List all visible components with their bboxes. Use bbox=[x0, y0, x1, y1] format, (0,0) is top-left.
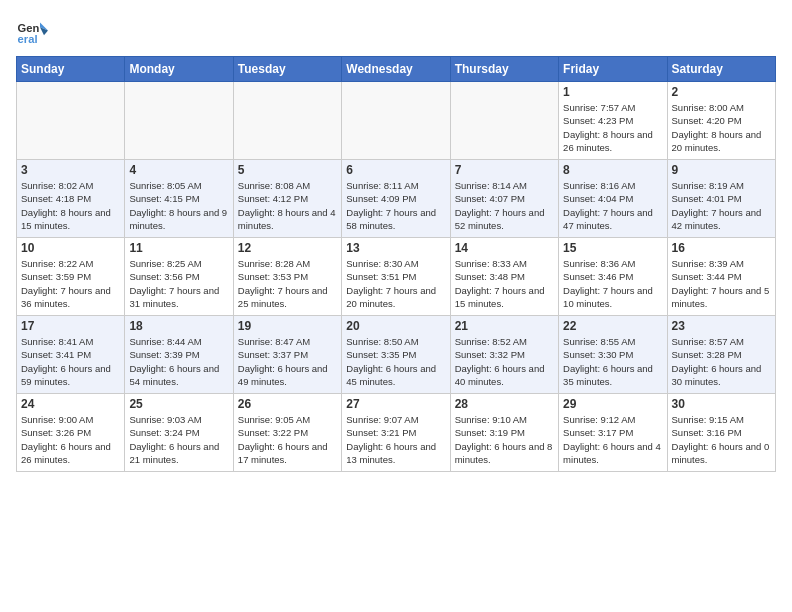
calendar-cell: 18Sunrise: 8:44 AM Sunset: 3:39 PM Dayli… bbox=[125, 316, 233, 394]
day-number: 20 bbox=[346, 319, 445, 333]
day-number: 25 bbox=[129, 397, 228, 411]
day-number: 2 bbox=[672, 85, 771, 99]
svg-text:Gen: Gen bbox=[18, 22, 40, 34]
calendar-cell bbox=[233, 82, 341, 160]
calendar-cell: 21Sunrise: 8:52 AM Sunset: 3:32 PM Dayli… bbox=[450, 316, 558, 394]
calendar-cell bbox=[125, 82, 233, 160]
day-number: 4 bbox=[129, 163, 228, 177]
calendar-cell: 10Sunrise: 8:22 AM Sunset: 3:59 PM Dayli… bbox=[17, 238, 125, 316]
day-detail: Sunrise: 8:41 AM Sunset: 3:41 PM Dayligh… bbox=[21, 335, 120, 388]
day-number: 30 bbox=[672, 397, 771, 411]
day-number: 10 bbox=[21, 241, 120, 255]
calendar-week-row: 1Sunrise: 7:57 AM Sunset: 4:23 PM Daylig… bbox=[17, 82, 776, 160]
day-detail: Sunrise: 9:03 AM Sunset: 3:24 PM Dayligh… bbox=[129, 413, 228, 466]
logo: Gen eral bbox=[16, 16, 52, 48]
calendar-week-row: 24Sunrise: 9:00 AM Sunset: 3:26 PM Dayli… bbox=[17, 394, 776, 472]
day-number: 18 bbox=[129, 319, 228, 333]
calendar-cell: 12Sunrise: 8:28 AM Sunset: 3:53 PM Dayli… bbox=[233, 238, 341, 316]
calendar-week-row: 17Sunrise: 8:41 AM Sunset: 3:41 PM Dayli… bbox=[17, 316, 776, 394]
calendar-cell: 27Sunrise: 9:07 AM Sunset: 3:21 PM Dayli… bbox=[342, 394, 450, 472]
day-number: 19 bbox=[238, 319, 337, 333]
day-number: 7 bbox=[455, 163, 554, 177]
day-number: 1 bbox=[563, 85, 662, 99]
calendar-cell: 13Sunrise: 8:30 AM Sunset: 3:51 PM Dayli… bbox=[342, 238, 450, 316]
day-detail: Sunrise: 8:52 AM Sunset: 3:32 PM Dayligh… bbox=[455, 335, 554, 388]
day-number: 16 bbox=[672, 241, 771, 255]
day-number: 6 bbox=[346, 163, 445, 177]
day-detail: Sunrise: 9:05 AM Sunset: 3:22 PM Dayligh… bbox=[238, 413, 337, 466]
weekday-header-saturday: Saturday bbox=[667, 57, 775, 82]
calendar-table: SundayMondayTuesdayWednesdayThursdayFrid… bbox=[16, 56, 776, 472]
calendar-cell: 9Sunrise: 8:19 AM Sunset: 4:01 PM Daylig… bbox=[667, 160, 775, 238]
day-detail: Sunrise: 8:57 AM Sunset: 3:28 PM Dayligh… bbox=[672, 335, 771, 388]
calendar-cell: 4Sunrise: 8:05 AM Sunset: 4:15 PM Daylig… bbox=[125, 160, 233, 238]
calendar-week-row: 3Sunrise: 8:02 AM Sunset: 4:18 PM Daylig… bbox=[17, 160, 776, 238]
day-detail: Sunrise: 8:47 AM Sunset: 3:37 PM Dayligh… bbox=[238, 335, 337, 388]
calendar-body: 1Sunrise: 7:57 AM Sunset: 4:23 PM Daylig… bbox=[17, 82, 776, 472]
day-detail: Sunrise: 8:30 AM Sunset: 3:51 PM Dayligh… bbox=[346, 257, 445, 310]
day-number: 12 bbox=[238, 241, 337, 255]
day-detail: Sunrise: 9:10 AM Sunset: 3:19 PM Dayligh… bbox=[455, 413, 554, 466]
calendar-cell: 29Sunrise: 9:12 AM Sunset: 3:17 PM Dayli… bbox=[559, 394, 667, 472]
calendar-cell: 30Sunrise: 9:15 AM Sunset: 3:16 PM Dayli… bbox=[667, 394, 775, 472]
day-number: 11 bbox=[129, 241, 228, 255]
calendar-cell: 2Sunrise: 8:00 AM Sunset: 4:20 PM Daylig… bbox=[667, 82, 775, 160]
weekday-header-friday: Friday bbox=[559, 57, 667, 82]
day-detail: Sunrise: 8:08 AM Sunset: 4:12 PM Dayligh… bbox=[238, 179, 337, 232]
svg-text:eral: eral bbox=[18, 33, 38, 45]
calendar-cell: 25Sunrise: 9:03 AM Sunset: 3:24 PM Dayli… bbox=[125, 394, 233, 472]
calendar-cell: 24Sunrise: 9:00 AM Sunset: 3:26 PM Dayli… bbox=[17, 394, 125, 472]
calendar-cell: 28Sunrise: 9:10 AM Sunset: 3:19 PM Dayli… bbox=[450, 394, 558, 472]
calendar-cell: 11Sunrise: 8:25 AM Sunset: 3:56 PM Dayli… bbox=[125, 238, 233, 316]
day-detail: Sunrise: 8:22 AM Sunset: 3:59 PM Dayligh… bbox=[21, 257, 120, 310]
calendar-cell bbox=[342, 82, 450, 160]
day-detail: Sunrise: 9:12 AM Sunset: 3:17 PM Dayligh… bbox=[563, 413, 662, 466]
calendar-cell: 16Sunrise: 8:39 AM Sunset: 3:44 PM Dayli… bbox=[667, 238, 775, 316]
calendar-cell: 6Sunrise: 8:11 AM Sunset: 4:09 PM Daylig… bbox=[342, 160, 450, 238]
day-detail: Sunrise: 8:05 AM Sunset: 4:15 PM Dayligh… bbox=[129, 179, 228, 232]
calendar-cell: 22Sunrise: 8:55 AM Sunset: 3:30 PM Dayli… bbox=[559, 316, 667, 394]
calendar-cell: 26Sunrise: 9:05 AM Sunset: 3:22 PM Dayli… bbox=[233, 394, 341, 472]
day-number: 13 bbox=[346, 241, 445, 255]
day-number: 17 bbox=[21, 319, 120, 333]
calendar-cell: 17Sunrise: 8:41 AM Sunset: 3:41 PM Dayli… bbox=[17, 316, 125, 394]
day-detail: Sunrise: 8:36 AM Sunset: 3:46 PM Dayligh… bbox=[563, 257, 662, 310]
page-header: Gen eral bbox=[16, 16, 776, 48]
day-number: 5 bbox=[238, 163, 337, 177]
calendar-header-row: SundayMondayTuesdayWednesdayThursdayFrid… bbox=[17, 57, 776, 82]
day-detail: Sunrise: 8:39 AM Sunset: 3:44 PM Dayligh… bbox=[672, 257, 771, 310]
calendar-cell: 7Sunrise: 8:14 AM Sunset: 4:07 PM Daylig… bbox=[450, 160, 558, 238]
weekday-header-tuesday: Tuesday bbox=[233, 57, 341, 82]
calendar-cell: 8Sunrise: 8:16 AM Sunset: 4:04 PM Daylig… bbox=[559, 160, 667, 238]
day-number: 27 bbox=[346, 397, 445, 411]
day-detail: Sunrise: 8:19 AM Sunset: 4:01 PM Dayligh… bbox=[672, 179, 771, 232]
day-detail: Sunrise: 7:57 AM Sunset: 4:23 PM Dayligh… bbox=[563, 101, 662, 154]
day-number: 29 bbox=[563, 397, 662, 411]
day-detail: Sunrise: 8:25 AM Sunset: 3:56 PM Dayligh… bbox=[129, 257, 228, 310]
day-detail: Sunrise: 8:55 AM Sunset: 3:30 PM Dayligh… bbox=[563, 335, 662, 388]
day-detail: Sunrise: 8:02 AM Sunset: 4:18 PM Dayligh… bbox=[21, 179, 120, 232]
calendar-cell bbox=[17, 82, 125, 160]
day-detail: Sunrise: 9:07 AM Sunset: 3:21 PM Dayligh… bbox=[346, 413, 445, 466]
day-number: 9 bbox=[672, 163, 771, 177]
logo-icon: Gen eral bbox=[16, 16, 48, 48]
calendar-cell: 19Sunrise: 8:47 AM Sunset: 3:37 PM Dayli… bbox=[233, 316, 341, 394]
day-detail: Sunrise: 8:00 AM Sunset: 4:20 PM Dayligh… bbox=[672, 101, 771, 154]
day-detail: Sunrise: 8:33 AM Sunset: 3:48 PM Dayligh… bbox=[455, 257, 554, 310]
calendar-cell: 1Sunrise: 7:57 AM Sunset: 4:23 PM Daylig… bbox=[559, 82, 667, 160]
day-detail: Sunrise: 8:11 AM Sunset: 4:09 PM Dayligh… bbox=[346, 179, 445, 232]
day-detail: Sunrise: 8:44 AM Sunset: 3:39 PM Dayligh… bbox=[129, 335, 228, 388]
day-detail: Sunrise: 8:16 AM Sunset: 4:04 PM Dayligh… bbox=[563, 179, 662, 232]
weekday-header-sunday: Sunday bbox=[17, 57, 125, 82]
day-detail: Sunrise: 8:50 AM Sunset: 3:35 PM Dayligh… bbox=[346, 335, 445, 388]
weekday-header-thursday: Thursday bbox=[450, 57, 558, 82]
calendar-cell bbox=[450, 82, 558, 160]
day-number: 23 bbox=[672, 319, 771, 333]
calendar-cell: 20Sunrise: 8:50 AM Sunset: 3:35 PM Dayli… bbox=[342, 316, 450, 394]
day-detail: Sunrise: 8:28 AM Sunset: 3:53 PM Dayligh… bbox=[238, 257, 337, 310]
day-number: 8 bbox=[563, 163, 662, 177]
day-number: 24 bbox=[21, 397, 120, 411]
day-number: 15 bbox=[563, 241, 662, 255]
weekday-header-monday: Monday bbox=[125, 57, 233, 82]
calendar-cell: 15Sunrise: 8:36 AM Sunset: 3:46 PM Dayli… bbox=[559, 238, 667, 316]
